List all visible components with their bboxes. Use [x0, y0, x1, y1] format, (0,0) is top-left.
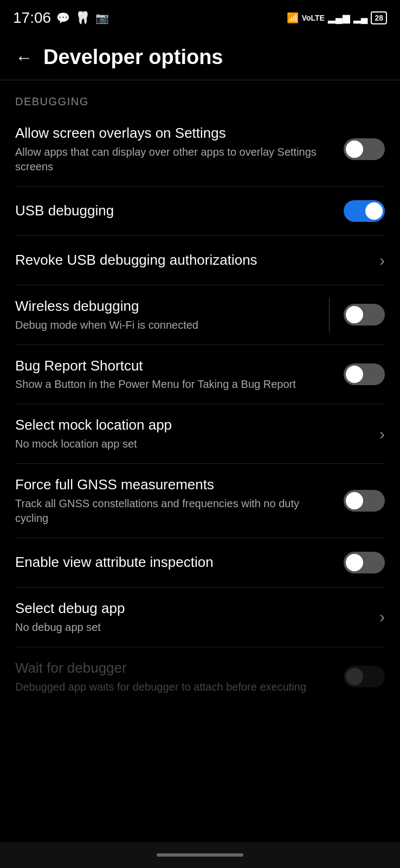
- revoke-usb-text: Revoke USB debugging authorizations: [15, 251, 379, 270]
- screen-overlays-text: Allow screen overlays on Settings Allow …: [15, 124, 344, 174]
- screen-overlays-toggle[interactable]: [344, 138, 385, 160]
- status-time: 17:06: [13, 9, 51, 27]
- toggle-knob: [346, 554, 363, 571]
- debug-app-text: Select debug app No debug app set: [15, 599, 379, 635]
- view-attribute-title: Enable view attribute inspection: [15, 553, 333, 572]
- list-item[interactable]: Allow screen overlays on Settings Allow …: [0, 112, 400, 186]
- signal2-icon: ▂▄: [353, 12, 368, 24]
- usb-debugging-toggle[interactable]: [344, 200, 385, 222]
- usb-debugging-text: USB debugging: [15, 202, 344, 220]
- list-item: Wait for debugger Debugged app waits for…: [0, 647, 400, 706]
- list-item[interactable]: Enable view attribute inspection: [0, 538, 400, 587]
- volte-icon: VoLTE: [302, 14, 325, 22]
- battery-indicator: 28: [371, 11, 387, 24]
- toggle-knob: [346, 306, 363, 323]
- toggle-knob: [346, 366, 363, 383]
- bug-report-toggle[interactable]: [344, 363, 385, 385]
- page-header: ← Developer options: [0, 33, 400, 80]
- debugging-section: DEBUGGING Allow screen overlays on Setti…: [0, 85, 400, 706]
- bottom-pill: [157, 853, 243, 857]
- status-bar: 17:06 💬 🦷 📷 📶 VoLTE ▂▄▆ ▂▄ 28: [0, 0, 400, 33]
- debugging-section-label: DEBUGGING: [0, 85, 400, 112]
- toggle-knob: [346, 492, 363, 509]
- gnss-subtitle: Track all GNSS constellations and freque…: [15, 496, 333, 526]
- wait-debugger-title: Wait for debugger: [15, 659, 333, 678]
- debug-app-title: Select debug app: [15, 599, 369, 618]
- view-attribute-toggle[interactable]: [344, 552, 385, 573]
- wireless-debugging-title: Wireless debugging: [15, 297, 333, 316]
- mock-location-subtitle: No mock location app set: [15, 437, 369, 451]
- wireless-debugging-text: Wireless debugging Debug mode when Wi-Fi…: [15, 297, 344, 333]
- status-left: 17:06 💬 🦷 📷: [13, 9, 109, 27]
- gnss-text: Force full GNSS measurements Track all G…: [15, 476, 344, 526]
- status-right: 📶 VoLTE ▂▄▆ ▂▄ 28: [287, 11, 387, 24]
- chevron-right-icon: ›: [379, 425, 385, 443]
- bottom-nav-bar: [0, 842, 400, 868]
- list-item[interactable]: USB debugging: [0, 187, 400, 235]
- toggle-knob: [346, 668, 363, 685]
- page-title: Developer options: [43, 46, 223, 69]
- debug-app-subtitle: No debug app set: [15, 620, 369, 635]
- wait-debugger-subtitle: Debugged app waits for debugger to attac…: [15, 680, 333, 694]
- toggle-knob: [365, 202, 383, 220]
- screen-overlays-title: Allow screen overlays on Settings: [15, 124, 333, 143]
- bluetooth-icon: 🦷: [75, 11, 90, 25]
- header-divider: [0, 80, 400, 80]
- list-item[interactable]: Select mock location app No mock locatio…: [0, 404, 400, 463]
- whatsapp-icon: 💬: [56, 11, 70, 24]
- mock-location-title: Select mock location app: [15, 416, 369, 435]
- usb-debugging-title: USB debugging: [15, 202, 333, 220]
- back-button[interactable]: ←: [15, 49, 33, 66]
- chevron-right-icon: ›: [379, 608, 385, 626]
- wait-debugger-text: Wait for debugger Debugged app waits for…: [15, 659, 344, 694]
- mock-location-text: Select mock location app No mock locatio…: [15, 416, 379, 451]
- gnss-toggle[interactable]: [344, 490, 385, 512]
- wait-debugger-toggle: [344, 666, 385, 687]
- list-item[interactable]: Force full GNSS measurements Track all G…: [0, 464, 400, 538]
- toggle-knob: [346, 141, 363, 158]
- list-item[interactable]: Bug Report Shortcut Show a Button in the…: [0, 345, 400, 404]
- wireless-debugging-subtitle: Debug mode when Wi-Fi is connected: [15, 318, 333, 333]
- screen-overlays-subtitle: Allow apps that can display over other a…: [15, 145, 333, 174]
- revoke-usb-title: Revoke USB debugging authorizations: [15, 251, 369, 270]
- chevron-right-icon: ›: [379, 251, 385, 270]
- bug-report-text: Bug Report Shortcut Show a Button in the…: [15, 357, 344, 392]
- list-item[interactable]: Select debug app No debug app set ›: [0, 588, 400, 647]
- signal1-icon: ▂▄▆: [328, 12, 350, 24]
- gnss-title: Force full GNSS measurements: [15, 476, 333, 494]
- wifi-icon: 📶: [287, 12, 299, 24]
- bug-report-subtitle: Show a Button in the Power Menu for Taki…: [15, 377, 333, 392]
- bug-report-title: Bug Report Shortcut: [15, 357, 333, 375]
- list-item[interactable]: Wireless debugging Debug mode when Wi-Fi…: [0, 285, 400, 344]
- camera-icon: 📷: [95, 11, 109, 24]
- vertical-divider: [329, 297, 330, 333]
- view-attribute-text: Enable view attribute inspection: [15, 553, 344, 572]
- wireless-debugging-toggle[interactable]: [344, 304, 385, 326]
- list-item[interactable]: Revoke USB debugging authorizations ›: [0, 236, 400, 285]
